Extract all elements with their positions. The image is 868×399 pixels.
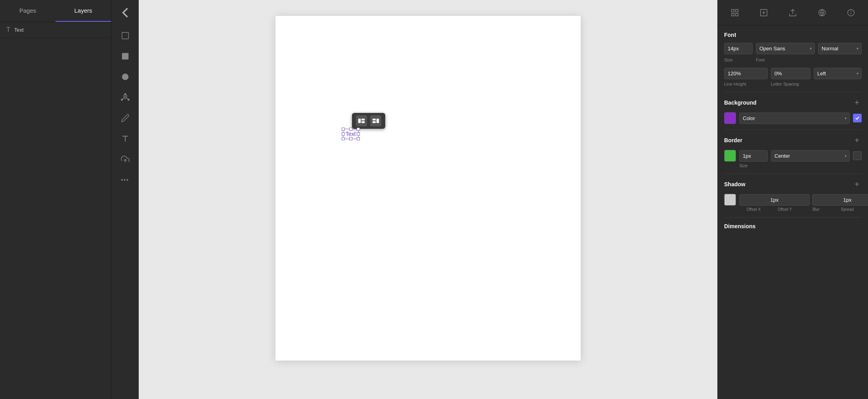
background-color-swatch[interactable] bbox=[724, 112, 736, 124]
border-add-button[interactable]: + bbox=[852, 136, 862, 145]
text-layer-icon: T bbox=[6, 26, 10, 33]
spread-label: Spread bbox=[833, 207, 862, 212]
border-enabled-checkbox[interactable] bbox=[853, 151, 862, 160]
shadow-color-swatch[interactable] bbox=[724, 194, 736, 206]
border-color-swatch[interactable] bbox=[724, 150, 736, 162]
shadow-inputs bbox=[739, 194, 868, 206]
handle-tm[interactable] bbox=[349, 128, 352, 131]
canvas-toolbar-popup bbox=[352, 113, 385, 129]
alignment-select[interactable]: Left Center Right Justify bbox=[814, 68, 862, 79]
svg-rect-15 bbox=[736, 9, 738, 11]
line-height-group bbox=[724, 68, 768, 79]
pencil-tool[interactable] bbox=[116, 109, 135, 128]
handle-bm[interactable] bbox=[349, 137, 352, 140]
letter-spacing-label: Letter Spacing bbox=[771, 82, 811, 86]
rectangle-filled-icon bbox=[121, 52, 130, 61]
rectangle-outline-icon bbox=[121, 31, 130, 40]
offset-x-label: Offset X bbox=[739, 207, 768, 212]
canvas-text-element[interactable]: Text bbox=[343, 129, 359, 139]
grid-icon bbox=[730, 8, 739, 17]
font-style-select[interactable]: Normal Bold Italic Bold Italic bbox=[818, 43, 862, 54]
rectangle-filled-tool[interactable] bbox=[116, 47, 135, 66]
svg-rect-17 bbox=[736, 13, 738, 15]
circle-tool[interactable] bbox=[116, 67, 135, 86]
canvas-area: Text bbox=[139, 0, 717, 399]
border-color-row: Center Inside Outside ▾ bbox=[724, 150, 862, 162]
upload-icon bbox=[121, 155, 130, 164]
vector-tool[interactable] bbox=[116, 88, 135, 107]
import-button[interactable] bbox=[753, 2, 774, 23]
import-icon bbox=[759, 8, 768, 17]
border-style-select[interactable]: Center Inside Outside bbox=[771, 150, 850, 162]
divider-4 bbox=[724, 217, 862, 218]
handle-bl[interactable] bbox=[342, 137, 345, 140]
border-size-label: Size bbox=[739, 163, 748, 168]
alignment-wrapper: Left Center Right Justify ▾ bbox=[814, 68, 862, 79]
svg-rect-1 bbox=[122, 53, 128, 60]
right-panel-topbar bbox=[718, 0, 868, 25]
export-button[interactable] bbox=[782, 2, 803, 23]
layout-icon-2 bbox=[372, 118, 379, 124]
check-icon bbox=[855, 116, 860, 120]
shadow-offset-x-input[interactable] bbox=[739, 194, 810, 206]
link-button[interactable] bbox=[812, 2, 832, 23]
circle-icon bbox=[121, 73, 130, 81]
info-button[interactable] bbox=[841, 2, 861, 23]
shadow-add-button[interactable]: + bbox=[852, 179, 862, 189]
font-row-1: Open Sans Roboto Arial ▾ Normal Bold Ita… bbox=[724, 43, 862, 54]
line-height-label: Line Height bbox=[724, 82, 768, 86]
font-style-wrapper: Normal Bold Italic Bold Italic ▾ bbox=[818, 43, 862, 54]
size-label: Size bbox=[724, 57, 753, 62]
handle-mr[interactable] bbox=[357, 132, 360, 136]
canvas-page: Text bbox=[275, 16, 581, 361]
handle-br[interactable] bbox=[357, 137, 360, 140]
dimensions-header: Dimensions bbox=[724, 223, 862, 229]
font-row-2: Left Center Right Justify ▾ bbox=[724, 68, 862, 79]
border-size-input[interactable] bbox=[739, 150, 768, 162]
shadow-offset-y-input[interactable] bbox=[812, 194, 868, 206]
upload-tool[interactable] bbox=[116, 150, 135, 169]
dimensions-section: Dimensions bbox=[724, 223, 862, 229]
font-size-group bbox=[724, 43, 753, 54]
canvas-toolbar-btn-2[interactable] bbox=[370, 115, 381, 126]
canvas-toolbar-btn-1[interactable] bbox=[356, 115, 367, 126]
svg-rect-12 bbox=[373, 121, 376, 123]
font-size-input[interactable] bbox=[724, 43, 753, 54]
svg-rect-16 bbox=[731, 13, 734, 15]
background-type-wrapper: Color Gradient Image ▾ bbox=[739, 113, 850, 124]
svg-rect-8 bbox=[358, 119, 361, 123]
text-tool[interactable] bbox=[116, 129, 135, 148]
font-family-select[interactable]: Open Sans Roboto Arial bbox=[756, 43, 815, 54]
layer-item-text[interactable]: T Text bbox=[0, 22, 111, 38]
svg-point-3 bbox=[124, 96, 126, 99]
border-style-wrapper: Center Inside Outside ▾ bbox=[771, 150, 850, 162]
shadow-labels: Offset X Offset Y Blur Spread bbox=[724, 207, 862, 212]
background-color-row: Color Gradient Image ▾ bbox=[724, 112, 862, 124]
background-add-button[interactable]: + bbox=[852, 98, 862, 107]
right-panel-content: Font Open Sans Roboto Arial ▾ Normal Bol… bbox=[718, 25, 868, 399]
rectangle-outline-tool[interactable] bbox=[116, 26, 135, 45]
background-type-select[interactable]: Color Gradient Image bbox=[739, 113, 850, 124]
line-height-input[interactable] bbox=[724, 68, 768, 79]
grid-layout-button[interactable] bbox=[725, 2, 745, 23]
background-enabled-checkbox[interactable] bbox=[853, 114, 862, 122]
font-family-wrapper: Open Sans Roboto Arial ▾ bbox=[756, 43, 815, 54]
svg-point-4 bbox=[124, 94, 126, 95]
svg-point-26 bbox=[851, 11, 851, 11]
handle-ml[interactable] bbox=[342, 132, 345, 136]
handle-tl[interactable] bbox=[342, 128, 345, 131]
font-labels-row: Size Font bbox=[724, 57, 862, 62]
border-section-header: Border + bbox=[724, 136, 862, 145]
back-icon bbox=[117, 4, 134, 21]
tab-pages[interactable]: Pages bbox=[0, 0, 55, 22]
svg-rect-14 bbox=[731, 9, 734, 11]
tab-layers[interactable]: Layers bbox=[55, 0, 111, 22]
divider-3 bbox=[724, 174, 862, 174]
back-button[interactable] bbox=[117, 4, 134, 21]
sidebar-tabs: Pages Layers bbox=[0, 0, 111, 22]
more-icon: ••• bbox=[121, 177, 129, 183]
more-tools[interactable]: ••• bbox=[116, 170, 135, 189]
font-section-header: Font bbox=[724, 32, 862, 38]
handle-tr[interactable] bbox=[357, 128, 360, 131]
letter-spacing-input[interactable] bbox=[771, 68, 811, 79]
